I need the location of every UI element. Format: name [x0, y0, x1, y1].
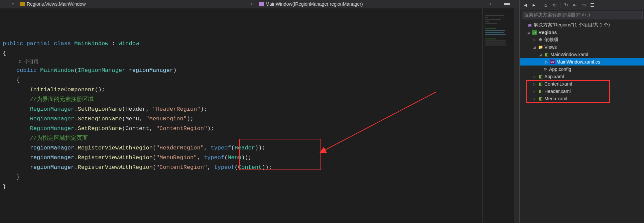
solution-explorer: ◄ ► ⌂ ⟲ ↻ ⇤ ▭ ☰ 搜索解决方案资源管理器(Ctrl+;) ▣ 解决…	[520, 0, 644, 223]
xaml-icon: ◧	[544, 52, 549, 57]
breadcrumb-method[interactable]: MainWindow(IRegionManager regionManager)…	[256, 0, 495, 8]
tree-dependencies[interactable]: ▷ ⚙ 依赖项	[520, 36, 644, 43]
refresh-icon[interactable]: ↻	[563, 2, 569, 8]
tree-file-headerxaml[interactable]: ▷ ◧ Header.xaml	[520, 88, 644, 95]
code-line[interactable]: }	[2, 182, 482, 192]
expander-icon[interactable]: ◢	[538, 53, 542, 57]
minimap[interactable]	[482, 8, 514, 223]
tree-label: App.config	[549, 67, 642, 72]
solution-toolbar: ◄ ► ⌂ ⟲ ↻ ⇤ ▭ ☰	[520, 0, 644, 10]
tree-label: Menu.xaml	[544, 96, 642, 101]
separator	[540, 2, 540, 8]
tree-folder-views[interactable]: ◢ 📁 Views	[520, 43, 644, 51]
xaml-icon: ◧	[538, 89, 543, 94]
home-icon[interactable]: ⌂	[543, 2, 549, 8]
chevron-down-icon: ▼	[489, 2, 492, 6]
tree-label: MainWindow.xaml.cs	[556, 59, 642, 65]
code-line[interactable]: {	[2, 48, 482, 58]
vertical-scrollbar[interactable]	[514, 8, 519, 223]
xaml-icon: ◧	[538, 96, 543, 101]
class-icon	[20, 2, 25, 6]
csproj-icon: C#	[532, 30, 537, 35]
properties-icon[interactable]: ☰	[589, 2, 595, 8]
solution-tree: ▣ 解决方案"Regions"(1 个项目/共 1 个) ◢ C# Region…	[520, 20, 644, 223]
code-line[interactable]: regionManager.RegisterViewWithRegion("Co…	[2, 162, 482, 172]
xaml-icon: ◧	[538, 82, 543, 86]
collapse-icon[interactable]: ⇤	[572, 2, 578, 8]
code-line[interactable]: public partial class MainWindow : Window	[2, 39, 482, 48]
code-line[interactable]: RegionManager.SetRegionName(Menu, "MenuR…	[2, 114, 482, 124]
xaml-icon: ◧	[538, 74, 543, 79]
chevron-down-icon: ▼	[250, 2, 253, 6]
breadcrumb-method-label: MainWindow(IRegionManager regionManager)	[266, 1, 363, 7]
code-line[interactable]: regionManager.RegisterViewWithRegion("He…	[2, 143, 482, 153]
code-line[interactable]: }	[2, 172, 482, 182]
expander-icon[interactable]: ▷	[532, 82, 536, 86]
tree-label: Regions	[538, 30, 642, 35]
tree-file-mainwindow-cs[interactable]: ▷ C# MainWindow.xaml.cs	[520, 58, 644, 66]
code-line[interactable]: //为界面的元素注册区域	[2, 95, 482, 104]
folder-icon: 📁	[538, 45, 543, 49]
tree-label: App.xaml	[544, 74, 642, 79]
separator	[560, 2, 560, 8]
code-line[interactable]: //为指定区域指定页面	[2, 133, 482, 143]
tree-label: Header.xaml	[544, 89, 642, 94]
tree-label: Views	[544, 44, 642, 50]
back-icon[interactable]: ◄	[522, 2, 528, 8]
breadcrumb-class[interactable]: Regions.Views.MainWindow ▼	[17, 0, 256, 8]
breadcrumb-split-view[interactable]	[495, 0, 519, 8]
tree-project[interactable]: ◢ C# Regions	[520, 29, 644, 36]
expander-icon[interactable]: ▷	[532, 38, 536, 42]
expander-icon[interactable]: ◢	[532, 45, 536, 49]
method-icon	[259, 2, 264, 6]
breadcrumb-class-label: Regions.Views.MainWindow	[27, 1, 86, 7]
code-line[interactable]: RegionManager.SetRegionName(Content, "Co…	[2, 124, 482, 133]
tree-label: Content.xaml	[544, 81, 642, 87]
forward-icon[interactable]: ►	[531, 2, 537, 8]
code-editor[interactable]: public partial class MainWindow : Window…	[0, 8, 519, 223]
expander-icon[interactable]: ▷	[544, 60, 548, 64]
code-line[interactable]: regionManager.RegisterViewWithRegion("Me…	[2, 153, 482, 162]
config-icon: ⚙	[542, 67, 548, 72]
cs-icon: C#	[550, 60, 555, 64]
dependencies-icon: ⚙	[538, 37, 543, 42]
expander-icon[interactable]: ▷	[532, 97, 536, 101]
tree-file-appxaml[interactable]: ▷ ◧ App.xaml	[520, 73, 644, 80]
solution-icon: ▣	[527, 23, 532, 27]
tree-file-contentxaml[interactable]: ▷ ◧ Content.xaml	[520, 80, 644, 88]
breadcrumb-bar: ▼ Regions.Views.MainWindow ▼ MainWindow(…	[0, 0, 519, 8]
search-placeholder: 搜索解决方案资源管理器(Ctrl+;)	[524, 12, 590, 18]
tree-label: MainWindow.xaml	[550, 52, 642, 57]
show-all-icon[interactable]: ▭	[581, 2, 587, 8]
expander-icon[interactable]: ◢	[526, 31, 530, 34]
code-line[interactable]: InitializeComponent();	[2, 85, 482, 95]
solution-search-input[interactable]: 搜索解决方案资源管理器(Ctrl+;)	[522, 11, 643, 19]
code-line[interactable]: RegionManager.SetRegionName(Header, "Hea…	[2, 104, 482, 114]
split-icon	[504, 3, 510, 5]
tree-label: 解决方案"Regions"(1 个项目/共 1 个)	[534, 22, 642, 28]
tree-file-appconfig[interactable]: ⚙ App.config	[520, 66, 644, 73]
code-line[interactable]: public MainWindow(IRegionManager regionM…	[2, 66, 482, 75]
expander-icon[interactable]: ▷	[532, 90, 536, 93]
tree-solution-root[interactable]: ▣ 解决方案"Regions"(1 个项目/共 1 个)	[520, 21, 644, 29]
code-content[interactable]: public partial class MainWindow : Window…	[2, 8, 482, 223]
tree-file-menuxaml[interactable]: ▷ ◧ Menu.xaml	[520, 95, 644, 102]
sync-icon[interactable]: ⟲	[551, 2, 557, 8]
code-line[interactable]: {	[2, 75, 482, 85]
breadcrumb-scope[interactable]: ▼	[0, 0, 17, 8]
chevron-down-icon: ▼	[11, 2, 14, 6]
code-line[interactable]: 0 个引用	[2, 58, 482, 66]
tree-file-mainwindow-xaml[interactable]: ◢ ◧ MainWindow.xaml	[520, 51, 644, 58]
expander-icon[interactable]: ▷	[532, 75, 536, 79]
editor-area: ▼ Regions.Views.MainWindow ▼ MainWindow(…	[0, 0, 519, 223]
tree-label: 依赖项	[544, 37, 642, 43]
